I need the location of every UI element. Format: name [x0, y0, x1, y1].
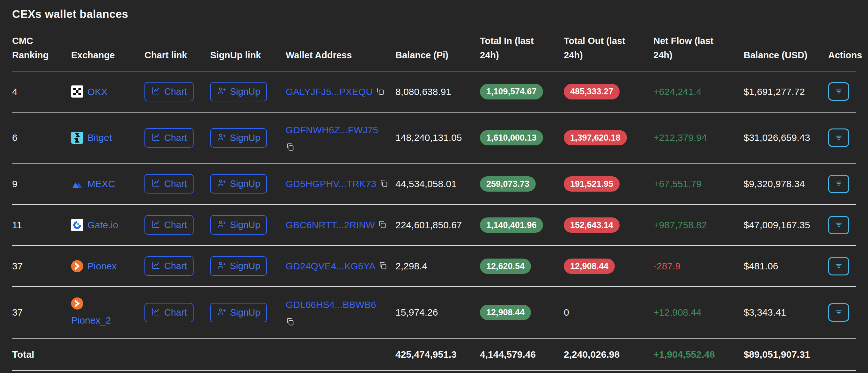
row-actions-button[interactable]: [828, 128, 849, 147]
table-row: 37PionexChartSignUpGD24QVE4...KG6YA2,298…: [12, 246, 856, 287]
row-actions-button[interactable]: [828, 175, 849, 193]
col-header-balance-usd: Balance (USD): [744, 34, 828, 71]
cell-wallet-address: GD24QVE4...KG6YA: [286, 246, 395, 287]
row-actions-button[interactable]: [828, 257, 849, 275]
filter-icon: [834, 219, 844, 230]
cex-wallet-balances-table: CMCRankingExchangeChart linkSignUp linkW…: [12, 34, 856, 371]
user-plus-icon: [217, 132, 226, 144]
signup-button-label: SignUp: [230, 220, 260, 229]
cell-balance-usd: $31,026,659.43: [744, 112, 828, 163]
total-in-badge: 1,140,401.96: [480, 217, 543, 233]
col-header-cmc-ranking: CMCRanking: [12, 34, 71, 71]
pionex-logo-icon: [71, 298, 83, 310]
wallet-address-link[interactable]: GBC6NRTT...2RINW: [286, 218, 375, 232]
cell-cmc-rank: 11: [12, 204, 71, 246]
net-flow-value: +987,758.82: [653, 220, 707, 230]
cell-balance-pi: 148,240,131.05: [395, 112, 480, 163]
chart-button[interactable]: Chart: [145, 303, 193, 322]
copy-address-button[interactable]: [378, 220, 387, 230]
copy-address-button[interactable]: [286, 143, 294, 152]
gateio-logo-icon: [71, 219, 83, 231]
balance-pi-value: 148,240,131.05: [395, 132, 462, 143]
cell-cmc-rank: 9: [12, 163, 71, 204]
row-actions-button[interactable]: [828, 303, 849, 322]
chart-button[interactable]: Chart: [145, 256, 193, 276]
total-in-badge: 1,610,000.13: [480, 130, 543, 145]
cell-actions: [828, 112, 856, 163]
row-actions-button[interactable]: [828, 216, 849, 234]
bitget-logo-icon: [71, 132, 83, 144]
exchange-link[interactable]: Pionex_2: [71, 313, 111, 328]
signup-button[interactable]: SignUp: [210, 128, 267, 148]
cell-total-in: 1,610,000.13: [480, 112, 564, 163]
cell-signup-link: SignUp: [210, 163, 286, 204]
pionex-logo-icon: [71, 260, 83, 272]
balance-pi-value: 224,601,850.67: [395, 220, 462, 230]
balance-usd-value: $3,343.41: [744, 307, 786, 317]
signup-button[interactable]: SignUp: [210, 256, 267, 276]
signup-button[interactable]: SignUp: [210, 215, 267, 235]
copy-address-button[interactable]: [376, 87, 385, 97]
balance-pi-value: 44,534,058.01: [395, 179, 457, 189]
table-header: CMCRankingExchangeChart linkSignUp linkW…: [12, 34, 856, 71]
exchange-link[interactable]: OKX: [87, 85, 107, 99]
cell-exchange: OKX: [71, 71, 145, 112]
user-plus-icon: [217, 86, 226, 97]
exchange-link[interactable]: MEXC: [87, 177, 115, 191]
signup-button[interactable]: SignUp: [210, 82, 267, 101]
chart-button-label: Chart: [164, 87, 187, 96]
row-actions-button[interactable]: [828, 82, 849, 101]
table-row: 4OKXChartSignUpGALYJFJ5...PXEQU8,080,638…: [12, 71, 856, 112]
col-header-exchange: Exchange: [71, 34, 145, 71]
chart-button[interactable]: Chart: [145, 174, 193, 193]
cell-total-net-flow: +1,904,552.48: [653, 338, 744, 371]
cell-wallet-address: GDL66HS4...BBWB6: [286, 287, 395, 338]
signup-button[interactable]: SignUp: [210, 303, 267, 322]
wallet-address: GD24QVE4...KG6YA: [286, 259, 392, 273]
cell-total-in: 259,073.73: [480, 163, 564, 204]
chart-button[interactable]: Chart: [145, 128, 193, 148]
cell-cmc-rank: 37: [12, 287, 71, 338]
cmc-rank-value: 6: [12, 132, 18, 143]
wallet-address-link[interactable]: GALYJFJ5...PXEQU: [286, 85, 373, 99]
cell-balance-usd: $1,691,277.72: [744, 71, 828, 112]
signup-button[interactable]: SignUp: [210, 174, 267, 193]
cell-total-out: 191,521.95: [564, 163, 653, 204]
total-in-badge: 12,620.54: [480, 258, 531, 274]
wallet-address-link[interactable]: GD5HGPHV...TRK73: [286, 177, 376, 191]
exchange: Bitget: [71, 131, 141, 145]
copy-address-button[interactable]: [286, 317, 294, 327]
chart-button[interactable]: Chart: [145, 82, 193, 101]
wallet-address-link[interactable]: GDFNWH6Z...FWJ75: [286, 125, 378, 135]
cell-total-in: 1,140,401.96: [480, 204, 564, 246]
exchange-link[interactable]: Pionex: [87, 259, 117, 273]
cell-actions: [828, 71, 856, 112]
signup-button-label: SignUp: [230, 308, 260, 317]
balance-pi-value: 15,974.26: [395, 307, 438, 317]
chart-button[interactable]: Chart: [145, 215, 193, 235]
cell-total-in: 12,620.54: [480, 246, 564, 287]
exchange-link[interactable]: Bitget: [87, 131, 112, 145]
wallet-address-link[interactable]: GD24QVE4...KG6YA: [286, 259, 375, 273]
filter-icon: [834, 260, 844, 272]
cell-chart-link: Chart: [145, 71, 210, 112]
cmc-rank-value: 37: [12, 261, 23, 271]
signup-button-label: SignUp: [230, 261, 260, 271]
copy-address-button[interactable]: [378, 261, 388, 271]
wallet-address-link[interactable]: GDL66HS4...BBWB6: [286, 299, 376, 310]
cell-balance-pi: 224,601,850.67: [395, 204, 480, 246]
exchange-link[interactable]: Gate.io: [87, 218, 118, 232]
cmc-rank-value: 11: [12, 220, 22, 230]
total-balance-usd-value: $89,051,907.31: [744, 349, 810, 360]
total-out-badge: 485,333.27: [564, 84, 620, 99]
cell-balance-usd: $481.06: [744, 246, 828, 287]
exchange: Gate.io: [71, 218, 141, 232]
copy-address-button[interactable]: [379, 179, 389, 189]
cell-wallet-address: GDFNWH6Z...FWJ75: [286, 112, 395, 163]
net-flow-value: +67,551.79: [653, 179, 702, 189]
col-header-signup-link: SignUp link: [210, 34, 286, 71]
filter-icon: [834, 86, 844, 97]
line-chart-icon: [151, 307, 161, 318]
cell-actions: [828, 204, 856, 246]
cell-signup-link: SignUp: [210, 287, 286, 338]
